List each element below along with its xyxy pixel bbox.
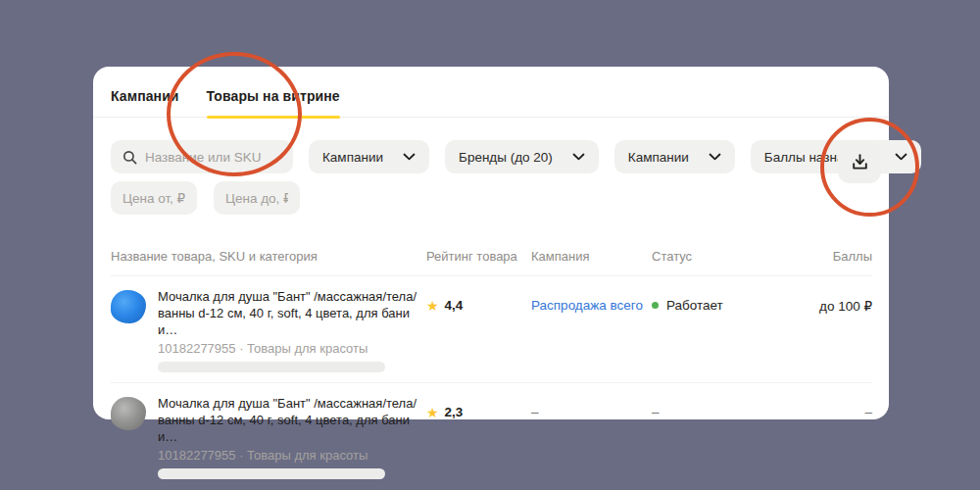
dropdown-campaigns-2[interactable]: Кампании bbox=[614, 140, 735, 173]
column-header-product: Название товара, SKU и категория bbox=[111, 249, 426, 264]
table-row: Мочалка для душа "Бант" /массажная/тела/… bbox=[111, 276, 872, 383]
product-cell: Мочалка для душа "Бант" /массажная/тела/… bbox=[111, 288, 426, 372]
dropdown-campaigns-1[interactable]: Кампании bbox=[309, 140, 429, 173]
star-icon: ★ bbox=[426, 406, 439, 419]
status-dot bbox=[652, 302, 659, 309]
search-input-wrapper[interactable] bbox=[111, 140, 293, 173]
status-cell: Работает bbox=[652, 288, 771, 313]
search-input[interactable] bbox=[145, 150, 281, 165]
rating-cell: ★ 2,3 bbox=[426, 395, 531, 419]
table-row: Мочалка для душа "Бант" /массажная/тела/… bbox=[111, 383, 872, 489]
price-to-input[interactable] bbox=[225, 191, 288, 206]
product-image bbox=[111, 290, 146, 323]
chevron-down-icon bbox=[709, 153, 721, 161]
product-text: Мочалка для душа "Бант" /массажная/тела/… bbox=[158, 288, 426, 372]
product-image bbox=[111, 397, 146, 430]
filters-row-1: Кампании Бренды (до 20) Кампании Баллы н… bbox=[111, 140, 921, 173]
points-cell: – bbox=[771, 395, 872, 419]
column-header-points: Баллы bbox=[771, 249, 872, 264]
download-button[interactable] bbox=[838, 140, 881, 183]
filters-row-2 bbox=[111, 181, 300, 215]
download-icon bbox=[850, 152, 870, 172]
star-icon: ★ bbox=[426, 299, 439, 313]
price-from-input[interactable] bbox=[122, 191, 185, 206]
dropdown-brands[interactable]: Бренды (до 20) bbox=[445, 140, 599, 173]
dropdown-points-assigned[interactable]: Баллы назначены bbox=[751, 140, 921, 173]
dropdown-label: Бренды (до 20) bbox=[459, 150, 553, 165]
chevron-down-icon bbox=[403, 153, 416, 161]
skeleton-bar bbox=[158, 468, 385, 479]
dropdown-label: Кампании bbox=[628, 150, 689, 165]
column-header-campaign: Кампания bbox=[531, 249, 652, 264]
column-header-rating: Рейтинг товара bbox=[426, 249, 531, 264]
rating-cell: ★ 4,4 bbox=[426, 288, 531, 313]
status-cell: – bbox=[652, 395, 771, 419]
campaign-link[interactable]: Распродажа всего bbox=[531, 298, 643, 313]
dropdown-label: Кампании bbox=[322, 150, 383, 165]
product-sku: 10182277955 · Товары для красоты bbox=[158, 447, 426, 464]
table-header-row: Название товара, SKU и категория Рейтинг… bbox=[111, 249, 872, 276]
product-cell: Мочалка для душа "Бант" /массажная/тела/… bbox=[111, 395, 426, 479]
tab-campaigns[interactable]: Кампании bbox=[111, 88, 179, 117]
points-cell: до 100 ₽ bbox=[771, 288, 872, 314]
skeleton-bar bbox=[158, 362, 385, 372]
column-header-status: Статус bbox=[652, 249, 771, 264]
chevron-down-icon bbox=[895, 153, 907, 161]
campaign-cell: Распродажа всего bbox=[531, 288, 652, 313]
search-icon bbox=[122, 150, 137, 165]
products-table: Название товара, SKU и категория Рейтинг… bbox=[111, 249, 872, 489]
product-sku: 10182277955 · Товары для красоты bbox=[158, 340, 426, 357]
tab-bar: Кампании Товары на витрине bbox=[93, 67, 889, 118]
price-to-wrapper[interactable] bbox=[214, 181, 300, 215]
campaign-cell: – bbox=[531, 395, 652, 419]
chevron-down-icon bbox=[572, 153, 585, 161]
product-text: Мочалка для душа "Бант" /массажная/тела/… bbox=[158, 395, 426, 479]
price-from-wrapper[interactable] bbox=[111, 181, 197, 215]
rating-value: 2,3 bbox=[445, 405, 464, 419]
status-label: Работает bbox=[666, 298, 723, 313]
tab-products-on-storefront[interactable]: Товары на витрине bbox=[207, 88, 340, 117]
products-panel: Кампании Товары на витрине Кампании Брен… bbox=[93, 67, 889, 419]
rating-value: 4,4 bbox=[445, 298, 464, 313]
product-title: Мочалка для душа "Бант" /массажная/тела/… bbox=[158, 288, 426, 338]
product-title: Мочалка для душа "Бант" /массажная/тела/… bbox=[158, 395, 426, 445]
